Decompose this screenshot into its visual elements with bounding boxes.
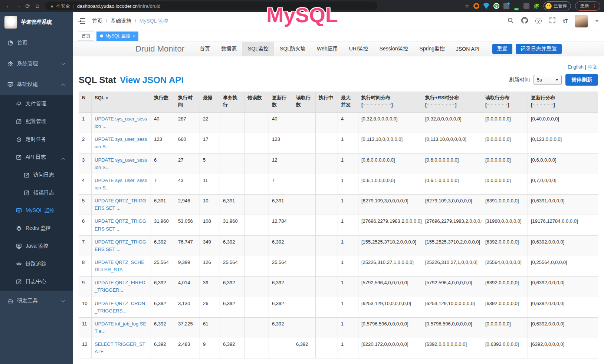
table-cell: 2,946 <box>175 195 200 215</box>
sql-link[interactable]: UPDATE sys_user_session ... <box>95 116 147 129</box>
reset-button[interactable]: 重置 <box>492 44 512 54</box>
dashboard-icon <box>7 40 13 46</box>
chevron-up-icon <box>62 158 65 162</box>
font-size-icon[interactable]: tT <box>563 18 568 24</box>
sql-link[interactable]: UPDATE QRTZ_TRIGGERS SET ... <box>95 239 146 252</box>
sql-link[interactable]: UPDATE QRTZ_FIRED_TRIGGER... <box>95 280 145 293</box>
view-json-api-link[interactable]: View JSON API <box>120 75 184 85</box>
app-logo[interactable]: 芋道管理系统 <box>0 12 73 33</box>
sql-link[interactable]: UPDATE QRTZ_CRON_TRIGGERS... <box>95 301 145 314</box>
tag-label: 首页 <box>82 33 91 39</box>
lang-english-link[interactable]: English <box>568 64 584 70</box>
druid-tab-Spring监控[interactable]: Spring监控 <box>414 42 450 56</box>
forward-button[interactable]: → <box>13 3 23 9</box>
table-cell: [6279,109,3,0,0,0,0,0] <box>358 195 422 215</box>
extension-icon[interactable]: on <box>513 3 519 9</box>
help-icon[interactable]: ? <box>535 18 542 24</box>
fullscreen-icon[interactable] <box>549 17 556 25</box>
table-cell: 40 <box>269 113 293 133</box>
druid-tab-SQL监控[interactable]: SQL监控 <box>242 42 274 56</box>
extension-icon[interactable] <box>503 3 509 9</box>
column-header[interactable]: SQL▼ <box>92 92 151 113</box>
table-cell: 6 <box>79 215 92 235</box>
lang-chinese-link[interactable]: 中文 <box>588 64 597 70</box>
address-bar[interactable]: ▲ 不安全 | dashboard.yudao.iocoder.cn/infra… <box>45 1 377 10</box>
breadcrumb-item[interactable]: 基础设施 <box>111 18 131 24</box>
table-cell: 4 <box>338 113 358 133</box>
sidebar-item-redis[interactable]: Redis 监控 <box>0 219 73 237</box>
back-button[interactable]: ← <box>4 3 13 9</box>
table-cell: 6,392 <box>151 297 175 317</box>
avatar-caret-icon[interactable] <box>595 20 599 24</box>
druid-tab-Web应用[interactable]: Web应用 <box>311 42 344 56</box>
sql-link[interactable]: UPDATE QRTZ_TRIGGERS SET ... <box>95 218 146 231</box>
extension-icon[interactable] <box>483 3 489 9</box>
user-avatar[interactable] <box>575 15 588 27</box>
sidebar-item-dev-tools[interactable]: 研发工具 <box>0 291 73 311</box>
sidebar-item-home[interactable]: 首页 <box>0 33 73 53</box>
browser-menu-icon[interactable]: ⋮ <box>592 3 597 9</box>
home-button[interactable]: ⌂ <box>33 3 42 9</box>
reload-button[interactable]: ⟳ <box>23 3 33 10</box>
bookmark-star-icon[interactable]: ☆ <box>465 3 469 9</box>
table-cell: 17 <box>200 133 220 153</box>
druid-tab-数据源[interactable]: 数据源 <box>216 42 242 56</box>
sidebar-item-api-log[interactable]: API 日志 <box>0 148 73 166</box>
sidebar-item-trace[interactable]: 链路追踪 <box>0 255 73 273</box>
table-row: 1UPDATE sys_user_session ...4028722404[0… <box>79 113 598 133</box>
sidebar-item-infra[interactable]: 基础设施 <box>0 74 73 95</box>
language-switch: English|中文 <box>79 64 597 70</box>
collapse-sidebar-icon[interactable] <box>78 18 85 24</box>
github-icon[interactable] <box>521 17 528 25</box>
sidebar-item-config[interactable]: 配置管理 <box>0 113 73 130</box>
log-and-reset-button[interactable]: 记录日志并重置 <box>516 44 562 54</box>
refresh-interval-select[interactable]: 5s <box>534 75 562 85</box>
table-cell: 8 <box>79 256 92 276</box>
table-cell: 39 <box>200 277 220 297</box>
druid-tab-首页[interactable]: 首页 <box>194 42 216 56</box>
sidebar-item-mysql[interactable]: MySQL 监控 <box>0 202 73 219</box>
sql-link[interactable]: UPDATE QRTZ_SCHEDULER_STA... <box>95 259 144 272</box>
sidebar-item-system[interactable]: 系统管理 <box>0 53 73 74</box>
sidebar-item-file[interactable]: 文件管理 <box>0 95 73 113</box>
extension-icon[interactable]: y <box>493 3 499 9</box>
sidebar-item-access-log[interactable]: 访问日志 <box>0 166 73 184</box>
sql-link[interactable]: SELECT TRIGGER_STATE <box>95 341 145 354</box>
table-cell: 31,960 <box>151 215 175 235</box>
security-warning: 不安全 <box>56 3 70 9</box>
column-header: 事务执行 <box>220 92 244 113</box>
close-icon[interactable]: × <box>132 34 135 38</box>
gear-icon <box>7 61 13 67</box>
sql-link[interactable]: UPDATE sys_user_session S... <box>95 157 147 170</box>
breadcrumb-item: MySQL 监控 <box>139 18 168 24</box>
sidebar-item-label: 研发工具 <box>17 298 38 304</box>
sidebar-item-job[interactable]: 定时任务 <box>0 130 73 148</box>
sql-link[interactable]: UPDATE QRTZ_TRIGGERS SET ... <box>95 198 146 211</box>
monitor-icon <box>16 208 22 214</box>
sidebar-item-java[interactable]: Java 监控 <box>0 237 73 255</box>
extension-icon[interactable] <box>523 3 529 9</box>
extensions-puzzle-icon[interactable]: 🧩 <box>534 3 539 9</box>
search-icon[interactable] <box>507 17 514 25</box>
table-cell: 6,392 <box>269 297 293 317</box>
pause-refresh-button[interactable]: 暂停刷新 <box>565 74 598 86</box>
table-cell: [6279,109,3,0,0,0,0,0] <box>422 195 482 215</box>
profile-paused-badge[interactable]: 已暂停 <box>544 1 571 10</box>
breadcrumb-item[interactable]: 首页 <box>92 18 102 24</box>
tag-item[interactable]: 首页 <box>78 32 94 41</box>
profile-emoji-icon <box>545 3 552 9</box>
sql-link[interactable]: UPDATE sys_user_session S... <box>95 136 147 149</box>
druid-tab-URI监控[interactable]: URI监控 <box>344 42 374 56</box>
druid-tab-Session监控[interactable]: Session监控 <box>374 42 414 56</box>
eye-icon <box>16 261 22 267</box>
sidebar-item-log-center[interactable]: 日志中心 <box>0 273 73 291</box>
druid-tab-JSON API[interactable]: JSON API <box>450 42 485 56</box>
chrome-update-button[interactable]: 更新⋮ <box>575 1 600 11</box>
table-cell: 3 <box>79 153 92 174</box>
extension-icon[interactable] <box>473 3 479 9</box>
sql-link[interactable]: UPDATE sys_user_session S... <box>95 178 147 191</box>
sidebar-item-error-log[interactable]: 错误日志 <box>0 184 73 202</box>
druid-tab-SQL防火墙[interactable]: SQL防火墙 <box>274 42 311 56</box>
tag-active[interactable]: MySQL 监控× <box>96 32 138 41</box>
sql-link[interactable]: UPDATE inf_job_log SET e... <box>95 321 146 334</box>
